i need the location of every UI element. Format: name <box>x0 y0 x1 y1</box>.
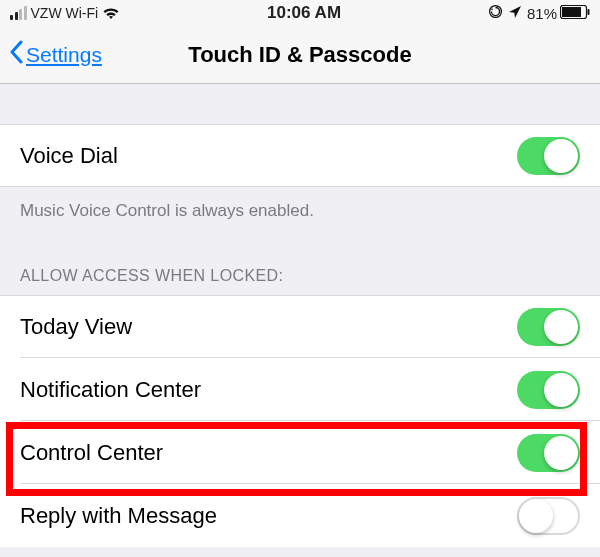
svg-rect-2 <box>562 7 581 17</box>
reply-with-message-label: Reply with Message <box>20 503 217 529</box>
allow-access-list: Today View Notification Center Control C… <box>0 295 600 547</box>
notification-center-label: Notification Center <box>20 377 201 403</box>
svg-rect-3 <box>587 9 589 15</box>
today-view-label: Today View <box>20 314 132 340</box>
control-center-toggle[interactable] <box>517 434 580 472</box>
voice-dial-label: Voice Dial <box>20 143 118 169</box>
location-icon <box>508 5 522 22</box>
notification-center-toggle[interactable] <box>517 371 580 409</box>
voice-dial-footer: Music Voice Control is always enabled. <box>0 187 600 249</box>
today-view-row: Today View <box>0 295 600 358</box>
today-view-toggle[interactable] <box>517 308 580 346</box>
rotation-lock-icon <box>488 4 503 22</box>
voice-dial-row: Voice Dial <box>0 124 600 187</box>
status-time: 10:06 AM <box>267 3 341 23</box>
wifi-icon <box>102 6 120 20</box>
reply-with-message-toggle[interactable] <box>517 497 580 535</box>
carrier-label: VZW Wi-Fi <box>31 5 99 21</box>
reply-with-message-row: Reply with Message <box>0 484 600 547</box>
control-center-row: Control Center <box>0 421 600 484</box>
status-bar: VZW Wi-Fi 10:06 AM 81% <box>0 0 600 26</box>
cellular-signal-icon <box>10 6 27 20</box>
control-center-label: Control Center <box>20 440 163 466</box>
allow-access-header: ALLOW ACCESS WHEN LOCKED: <box>0 249 600 295</box>
voice-dial-toggle[interactable] <box>517 137 580 175</box>
nav-bar: Settings Touch ID & Passcode <box>0 26 600 84</box>
battery-percentage: 81% <box>527 5 557 22</box>
notification-center-row: Notification Center <box>0 358 600 421</box>
chevron-left-icon <box>8 40 24 69</box>
battery-icon <box>560 5 590 22</box>
back-label: Settings <box>26 43 102 67</box>
back-button[interactable]: Settings <box>8 40 102 69</box>
